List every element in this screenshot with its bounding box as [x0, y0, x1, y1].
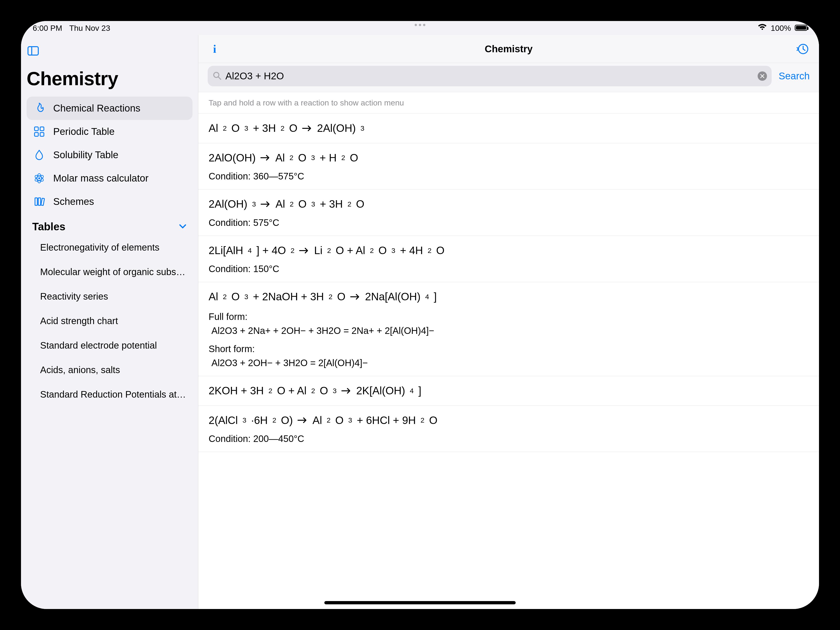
reaction-formula: 2(AlCl3·6H2O) Al2O3 + 6HCl + 9H2O	[208, 412, 809, 429]
sidebar-item-label: Molar mass calculator	[53, 173, 148, 184]
home-indicator[interactable]	[324, 601, 516, 604]
reaction-condition: Condition: 150°C	[208, 262, 809, 276]
svg-rect-10	[35, 198, 37, 205]
tables-item[interactable]: Electronegativity of elements	[27, 235, 193, 260]
books-icon	[32, 196, 46, 208]
svg-line-15	[218, 77, 221, 79]
tables-item[interactable]: Standard electrode potential	[27, 333, 193, 358]
history-button[interactable]	[796, 42, 810, 56]
main-pane: i Chemistry	[198, 35, 819, 609]
grid-icon	[32, 126, 46, 138]
atom-icon	[32, 172, 46, 184]
sidebar-item-label: Periodic Table	[53, 126, 115, 137]
reaction-row[interactable]: 2Al(OH)3 Al2O3 + 3H2OCondition: 575°C	[198, 189, 819, 236]
device-frame: 6:00 PM Thu Nov 23 100%	[0, 0, 840, 630]
tables-item[interactable]: Standard Reduction Potentials at 2…	[27, 382, 193, 407]
battery-percent: 100%	[771, 24, 791, 33]
svg-rect-12	[41, 198, 44, 205]
reaction-condition: Condition: 575°C	[208, 216, 809, 230]
reaction-formula: 2AlO(OH) Al2O3 + H2O	[208, 149, 809, 167]
sidebar-item-chemical-reactions[interactable]: Chemical Reactions	[27, 96, 193, 120]
svg-rect-5	[40, 133, 44, 136]
svg-rect-4	[35, 133, 38, 136]
status-bar: 6:00 PM Thu Nov 23 100%	[21, 21, 819, 35]
svg-rect-3	[40, 127, 44, 131]
sidebar-toggle-icon[interactable]	[27, 44, 39, 58]
sidebar-nav: Chemical ReactionsPeriodic TableSolubili…	[27, 96, 193, 213]
sidebar: Chemistry Chemical ReactionsPeriodic Tab…	[21, 35, 198, 609]
tables-item[interactable]: Molecular weight of organic substa…	[27, 260, 193, 284]
reaction-row[interactable]: 2Li[AlH4] + 4O2 Li2O + Al2O3 + 4H2OCondi…	[198, 236, 819, 282]
results-list: Al2O3 + 3H2O 2Al(OH)32AlO(OH) Al2O3 + H2…	[198, 114, 819, 609]
sidebar-item-molar-mass-calculator[interactable]: Molar mass calculator	[27, 167, 193, 190]
flame-icon	[32, 102, 46, 114]
app-title: Chemistry	[27, 68, 193, 90]
screen: 6:00 PM Thu Nov 23 100%	[21, 21, 819, 609]
reaction-row[interactable]: 2AlO(OH) Al2O3 + H2OCondition: 360—575°C	[198, 143, 819, 189]
svg-rect-2	[35, 127, 38, 131]
sidebar-item-label: Schemes	[53, 196, 94, 207]
search-icon	[212, 71, 222, 81]
reaction-condition: Condition: 360—575°C	[208, 169, 809, 183]
sidebar-item-solubility-table[interactable]: Solubility Table	[27, 143, 193, 167]
nav-bar: i Chemistry	[198, 35, 819, 63]
sidebar-item-label: Solubility Table	[53, 149, 118, 161]
tables-item[interactable]: Reactivity series	[27, 284, 193, 309]
drop-icon	[32, 149, 46, 161]
reaction-formula: 2Li[AlH4] + 4O2 Li2O + Al2O3 + 4H2O	[208, 242, 809, 259]
status-date: Thu Nov 23	[69, 24, 111, 33]
svg-point-6	[38, 177, 40, 179]
sidebar-item-schemes[interactable]: Schemes	[27, 190, 193, 213]
sidebar-item-label: Chemical Reactions	[53, 103, 141, 114]
reaction-formula: Al2O3 + 2NaOH + 3H2O 2Na[Al(OH)4]	[208, 288, 809, 305]
reaction-formula: 2KOH + 3H2O + Al2O3 2K[Al(OH)4]	[208, 382, 809, 399]
reaction-formula: 2Al(OH)3 Al2O3 + 3H2O	[208, 196, 809, 213]
reaction-condition: Condition: 200—450°C	[208, 432, 809, 446]
reaction-row[interactable]: 2KOH + 3H2O + Al2O3 2K[Al(OH)4]	[198, 376, 819, 406]
battery-icon	[795, 24, 807, 33]
search-row: Search	[198, 63, 819, 92]
reaction-row[interactable]: 2(AlCl3·6H2O) Al2O3 + 6HCl + 9H2OConditi…	[198, 406, 819, 452]
sidebar-item-periodic-table[interactable]: Periodic Table	[27, 120, 193, 143]
multitask-dots[interactable]	[415, 24, 425, 26]
search-input[interactable]	[226, 71, 754, 82]
tables-section-label: Tables	[32, 220, 65, 233]
tables-item[interactable]: Acids, anions, salts	[27, 358, 193, 382]
tables-list: Electronegativity of elementsMolecular w…	[27, 235, 193, 407]
clear-search-button[interactable]	[758, 71, 767, 81]
search-field[interactable]	[208, 66, 772, 86]
search-button[interactable]: Search	[778, 71, 810, 82]
reaction-row[interactable]: Al2O3 + 3H2O 2Al(OH)3	[198, 114, 819, 143]
svg-rect-11	[38, 198, 41, 205]
reaction-detail: Full form:Al2O3 + 2Na+ + 2OH− + 3H2O = 2…	[208, 309, 809, 338]
reaction-row[interactable]: Al2O3 + 2NaOH + 3H2O 2Na[Al(OH)4]Full fo…	[198, 282, 819, 376]
hint-text: Tap and hold a row with a reaction to sh…	[198, 92, 819, 114]
reaction-detail: Short form:Al2O3 + 2OH− + 3H2O = 2[Al(OH…	[208, 342, 809, 370]
status-time: 6:00 PM	[33, 24, 62, 33]
info-button[interactable]: i	[208, 42, 222, 56]
reaction-formula: Al2O3 + 3H2O 2Al(OH)3	[208, 120, 809, 137]
tables-item[interactable]: Acid strength chart	[27, 309, 193, 333]
chevron-down-icon	[178, 220, 187, 233]
wifi-icon	[758, 24, 767, 33]
page-title: Chemistry	[198, 43, 819, 55]
svg-rect-0	[28, 47, 38, 55]
tables-section-header[interactable]: Tables	[27, 213, 193, 235]
